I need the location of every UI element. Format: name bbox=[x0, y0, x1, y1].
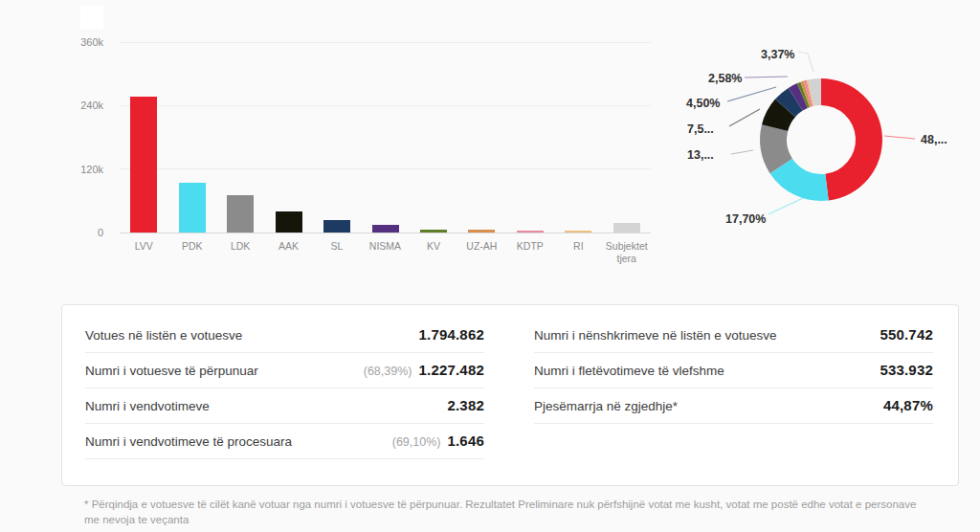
stat-value: 533.932 bbox=[880, 362, 933, 378]
donut-label-leader-line bbox=[731, 150, 753, 154]
votes-donut-chart: 48,...17,70%13,...7,5...4,50%2,58%3,37% bbox=[670, 19, 978, 260]
bar-aak[interactable] bbox=[276, 211, 302, 233]
gridline bbox=[120, 168, 651, 169]
stat-row-voters-processed: Numri i votuesve të përpunuar (68,39%)1.… bbox=[85, 353, 484, 388]
stat-percent: (68,39%) bbox=[364, 365, 412, 378]
y-axis-tick-label: 360k bbox=[65, 36, 103, 48]
stats-left-column: Votues në listën e votuesve 1.794.862 Nu… bbox=[85, 318, 484, 485]
stat-percent: (69,10%) bbox=[392, 435, 441, 449]
stat-row-turnout: Pjesëmarrja në zgjedhje* 44,87% bbox=[534, 388, 933, 424]
votes-bar-chart: 360k240k120k0 LVVPDKLDKAAKSLNISMAKVUZ-AH… bbox=[77, 33, 675, 281]
footnote: * Përqindja e votuesve të cilët kanë vot… bbox=[84, 497, 923, 527]
stat-value: 550.742 bbox=[880, 326, 933, 343]
bar-ri[interactable] bbox=[565, 231, 591, 233]
bar-ldk[interactable] bbox=[227, 195, 254, 233]
bar-lvv[interactable] bbox=[130, 97, 157, 233]
bar-sl[interactable] bbox=[323, 220, 350, 233]
y-axis-tick-label: 0 bbox=[65, 227, 103, 238]
y-axis-tick-label: 240k bbox=[65, 100, 103, 111]
donut-slice-label: 48,... bbox=[921, 133, 947, 146]
donut-label-leader-line bbox=[729, 109, 760, 126]
stat-value: 2.382 bbox=[447, 397, 484, 413]
bar-uz-ah[interactable] bbox=[468, 230, 495, 233]
x-axis-category-label: Subjektet tjera bbox=[599, 240, 655, 265]
white-box bbox=[80, 6, 103, 29]
stat-label: Votues në listën e votuesve bbox=[85, 328, 242, 343]
gridline bbox=[120, 105, 651, 106]
bar-chart-y-axis: 360k240k120k0 bbox=[77, 42, 103, 233]
bar-kdtp[interactable] bbox=[517, 231, 544, 233]
donut-slice-label: 17,70% bbox=[725, 212, 766, 226]
donut-slice-label: 7,5... bbox=[687, 122, 714, 136]
bar-nisma[interactable] bbox=[372, 225, 399, 233]
bar-subjektet-tjera[interactable] bbox=[613, 223, 640, 233]
stat-row-signatures: Numri i nënshkrimeve në listën e votuesv… bbox=[534, 318, 933, 353]
stat-label: Pjesëmarrja në zgjedhje* bbox=[534, 399, 678, 413]
bar-kv[interactable] bbox=[420, 230, 447, 233]
stats-card: Votues në listën e votuesve 1.794.862 Nu… bbox=[61, 304, 959, 486]
stat-value: 44,87% bbox=[883, 397, 933, 413]
stat-value: 1.646 bbox=[447, 432, 484, 449]
donut-label-leader-line bbox=[727, 87, 776, 101]
stat-row-stations-processed: Numri i vendvotimeve të procesuara (69,1… bbox=[85, 424, 484, 459]
donut-label-leader-line bbox=[745, 77, 788, 78]
y-axis-tick-label: 120k bbox=[65, 164, 103, 175]
stats-right-column: Numri i nënshkrimeve në listën e votuesv… bbox=[534, 318, 933, 485]
stat-label: Numri i nënshkrimeve në listën e votuesv… bbox=[534, 328, 777, 343]
stat-label: Numri i votuesve të përpunuar bbox=[85, 364, 258, 378]
donut-slice-label: 4,50% bbox=[686, 97, 720, 110]
bar-chart-plot: LVVPDKLDKAAKSLNISMAKVUZ-AHKDTPRISubjekte… bbox=[120, 42, 651, 233]
donut-slice-label: 13,... bbox=[687, 148, 714, 162]
stat-row-valid-ballots: Numri i fletëvotimeve të vlefshme 533.93… bbox=[534, 353, 933, 388]
donut-slice-lvv[interactable] bbox=[821, 78, 882, 201]
stat-label: Numri i vendvotimeve të procesuara bbox=[85, 434, 292, 449]
stat-row-polling-stations: Numri i vendvotimeve 2.382 bbox=[85, 388, 484, 424]
donut-slice-label: 3,37% bbox=[761, 48, 794, 61]
stat-label: Numri i fletëvotimeve të vlefshme bbox=[534, 364, 724, 378]
stat-row-voters-list: Votues në listën e votuesve 1.794.862 bbox=[85, 318, 484, 353]
gridline bbox=[120, 42, 651, 43]
donut-label-leader-line bbox=[768, 198, 803, 214]
stat-value: 1.227.482 bbox=[418, 362, 484, 378]
stat-label: Numri i vendvotimeve bbox=[85, 399, 210, 413]
bar-pdk[interactable] bbox=[179, 183, 206, 233]
stat-value: 1.794.862 bbox=[418, 326, 484, 343]
donut-slice-label: 2,58% bbox=[708, 72, 742, 85]
donut-label-leader-line bbox=[798, 52, 813, 72]
donut-label-leader-line bbox=[884, 136, 915, 139]
